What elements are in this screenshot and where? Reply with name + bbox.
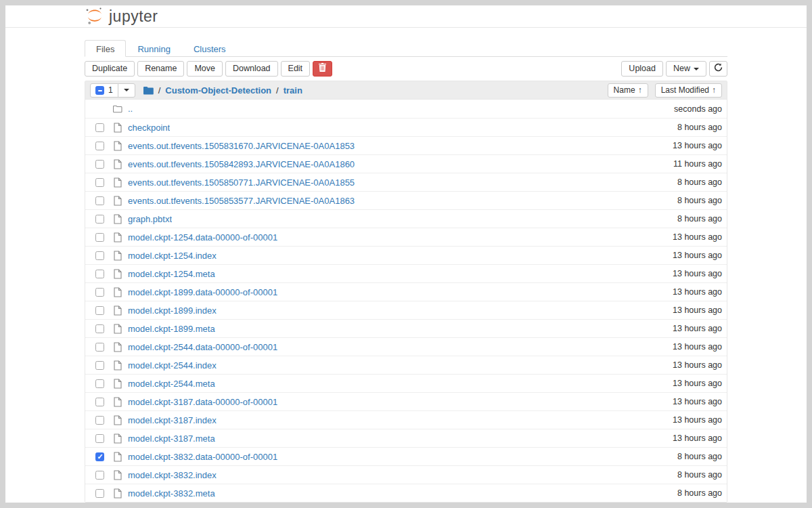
file-icon (113, 360, 122, 371)
file-link[interactable]: model.ckpt-3187.index (128, 415, 217, 425)
breadcrumb: / Custom-Object-Detection / train (143, 85, 302, 96)
file-link[interactable]: model.ckpt-1899.index (128, 305, 217, 316)
file-icon (113, 232, 122, 242)
file-row: events.out.tfevents.1505850771.JARVICENA… (85, 173, 727, 191)
file-link[interactable]: events.out.tfevents.1505850771.JARVICENA… (128, 177, 355, 188)
file-row: model.ckpt-1899.index 13 hours ago (85, 301, 727, 319)
folder-icon (113, 105, 122, 113)
file-icon (113, 342, 122, 352)
row-checkbox[interactable] (95, 434, 104, 443)
row-checkbox[interactable] (95, 178, 104, 187)
file-link[interactable]: model.ckpt-3832.index (128, 470, 217, 480)
sort-by-modified-button[interactable]: Last Modified ↑ (655, 83, 722, 98)
file-link[interactable]: .. (128, 104, 133, 114)
select-all-checkbox[interactable] (95, 86, 104, 95)
selected-count: 1 (108, 85, 113, 96)
file-icon (113, 415, 122, 425)
download-button[interactable]: Download (225, 61, 278, 77)
file-link[interactable]: model.ckpt-2544.meta (128, 379, 215, 389)
file-link[interactable]: model.ckpt-1254.meta (128, 269, 215, 279)
file-row: model.ckpt-2544.index 13 hours ago (85, 356, 727, 374)
row-checkbox[interactable] (95, 398, 104, 406)
file-row: model.ckpt-2544.data-00000-of-00001 13 h… (85, 337, 727, 356)
row-checkbox[interactable] (95, 251, 104, 260)
row-checkbox[interactable] (95, 324, 104, 333)
rename-button[interactable]: Rename (137, 61, 184, 77)
row-checkbox[interactable] (95, 416, 104, 425)
breadcrumb-train[interactable]: train (284, 85, 302, 96)
row-checkbox[interactable] (95, 489, 104, 498)
file-row: model.ckpt-3187.index 13 hours ago (85, 410, 727, 429)
row-checkbox[interactable] (95, 306, 104, 315)
jupyter-logo[interactable]: jupyter (85, 7, 158, 26)
row-checkbox[interactable] (95, 343, 104, 352)
select-dropdown-button[interactable] (118, 83, 135, 98)
row-checkbox[interactable] (95, 215, 104, 224)
sort-ascending-icon: ↑ (638, 85, 642, 96)
file-link[interactable]: model.ckpt-3187.data-00000-of-00001 (128, 397, 277, 407)
refresh-icon (714, 63, 723, 75)
file-icon (113, 159, 122, 169)
tab-clusters[interactable]: Clusters (182, 40, 238, 57)
file-link[interactable]: events.out.tfevents.1505842893.JARVICENA… (128, 159, 355, 169)
breadcrumb-separator: / (276, 85, 279, 96)
row-checkbox[interactable] (95, 142, 104, 150)
tab-files[interactable]: Files (85, 40, 126, 57)
sort-by-name-button[interactable]: Name ↑ (608, 83, 648, 98)
row-checkbox[interactable] (95, 123, 104, 132)
duplicate-button[interactable]: Duplicate (85, 61, 135, 77)
file-link[interactable]: model.ckpt-1899.meta (128, 324, 215, 334)
file-link[interactable]: model.ckpt-1254.index (128, 251, 217, 261)
file-link[interactable]: model.ckpt-1254.data-00000-of-00001 (128, 232, 277, 242)
tab-running[interactable]: Running (126, 40, 181, 57)
sort-controls: Name ↑ Last Modified ↑ (608, 83, 722, 98)
file-link[interactable]: model.ckpt-3187.meta (128, 433, 215, 444)
upload-button[interactable]: Upload (621, 61, 663, 77)
file-link[interactable]: model.ckpt-2544.data-00000-of-00001 (128, 342, 277, 352)
file-link[interactable]: events.out.tfevents.1505853577.JARVICENA… (128, 196, 355, 206)
file-row: model.ckpt-2544.meta 13 hours ago (85, 374, 727, 392)
select-all-group: 1 (90, 83, 135, 98)
file-link[interactable]: model.ckpt-1899.data-00000-of-00001 (128, 287, 277, 297)
file-link[interactable]: graph.pbtxt (128, 214, 172, 224)
folder-icon[interactable] (143, 86, 154, 95)
row-checkbox[interactable] (95, 160, 104, 169)
row-checkbox[interactable] (95, 233, 104, 242)
file-row: graph.pbtxt 8 hours ago (85, 209, 727, 228)
file-link[interactable]: checkpoint (128, 123, 170, 133)
last-modified-text: 11 hours ago (673, 159, 722, 169)
row-checkbox[interactable] (95, 361, 104, 370)
file-link[interactable]: model.ckpt-3832.meta (128, 488, 215, 499)
chevron-down-icon (694, 68, 699, 70)
delete-button[interactable] (313, 61, 332, 77)
row-checkbox[interactable] (95, 471, 104, 480)
row-checkbox[interactable] (95, 452, 104, 461)
file-link[interactable]: model.ckpt-3832.data-00000-of-00001 (128, 452, 277, 462)
select-all-button[interactable]: 1 (90, 83, 118, 98)
file-icon (113, 287, 122, 297)
last-modified-text: 13 hours ago (673, 397, 722, 406)
breadcrumb-custom-object-detection[interactable]: Custom-Object-Detection (165, 85, 271, 96)
new-dropdown-button[interactable]: New (666, 61, 706, 77)
row-checkbox[interactable] (95, 270, 104, 278)
file-link[interactable]: model.ckpt-2544.index (128, 360, 217, 371)
file-row: model.ckpt-1254.data-00000-of-00001 13 h… (85, 228, 727, 246)
toolbar-right: Upload New (621, 61, 727, 77)
file-row: model.ckpt-1254.meta 13 hours ago (85, 264, 727, 282)
row-checkbox[interactable] (95, 288, 104, 297)
last-modified-text: 13 hours ago (673, 287, 722, 297)
row-checkbox[interactable] (95, 196, 104, 205)
edit-button[interactable]: Edit (281, 61, 311, 77)
file-link[interactable]: events.out.tfevents.1505831670.JARVICENA… (128, 141, 355, 151)
last-modified-text: 13 hours ago (673, 379, 722, 388)
sort-name-label: Name (614, 85, 635, 96)
file-icon (113, 177, 122, 188)
file-row: events.out.tfevents.1505831670.JARVICENA… (85, 136, 727, 154)
last-modified-text: 8 hours ago (677, 452, 722, 461)
row-checkbox[interactable] (95, 379, 104, 388)
breadcrumb-separator: / (158, 85, 161, 96)
last-modified-text: 13 hours ago (673, 360, 722, 370)
file-icon (113, 433, 122, 444)
move-button[interactable]: Move (187, 61, 223, 77)
refresh-button[interactable] (709, 61, 727, 77)
